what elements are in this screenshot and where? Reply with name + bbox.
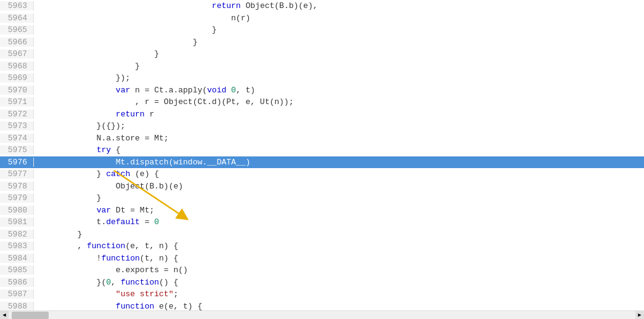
code-line: 5973 }({}); xyxy=(0,120,644,132)
line-number: 5982 xyxy=(0,230,34,239)
line-number: 5980 xyxy=(0,206,34,215)
line-content: } xyxy=(34,38,644,47)
code-line: 5968 } xyxy=(0,60,644,73)
scrollbar-track[interactable] xyxy=(9,311,635,320)
code-line: 5987 "use strict"; xyxy=(0,288,644,301)
line-number: 5972 xyxy=(0,110,34,119)
line-content: "use strict"; xyxy=(34,289,644,299)
line-number: 5983 xyxy=(0,241,34,251)
line-content: n(r) xyxy=(34,14,644,23)
code-line: 5970 var n = Ct.a.apply(void 0, t) xyxy=(0,84,644,97)
code-line: 5974 N.a.store = Mt; xyxy=(0,132,644,145)
line-number: 5967 xyxy=(0,49,34,59)
line-number: 5979 xyxy=(0,193,34,203)
code-lines: 5963 return Object(B.b)(e),5964 n(r)5965… xyxy=(0,0,644,310)
line-content: } xyxy=(34,25,644,34)
line-content: }({}); xyxy=(34,121,644,131)
line-number: 5974 xyxy=(0,134,34,143)
code-line: 5966 } xyxy=(0,36,644,49)
line-number: 5964 xyxy=(0,14,34,23)
code-editor: 5963 return Object(B.b)(e),5964 n(r)5965… xyxy=(0,0,644,319)
code-line: 5976 Mt.dispatch(window.__DATA__) xyxy=(0,156,644,169)
code-line: 5977 } catch (e) { xyxy=(0,168,644,180)
code-line: 5975 try { xyxy=(0,144,644,156)
line-content: var Dt = Mt; xyxy=(34,206,644,215)
line-number: 5963 xyxy=(0,1,34,10)
line-content: }(0, function() { xyxy=(34,278,644,287)
line-content: function e(e, t) { xyxy=(34,302,644,310)
line-content: , r = Object(Ct.d)(Pt, e, Ut(n)); xyxy=(34,97,644,107)
code-line: 5964 n(r) xyxy=(0,12,644,25)
code-line: 5983 , function(e, t, n) { xyxy=(0,240,644,252)
code-line: 5978 Object(B.b)(e) xyxy=(0,180,644,193)
line-content: !function(t, n) { xyxy=(34,254,644,263)
line-content: Mt.dispatch(window.__DATA__) xyxy=(34,158,644,167)
line-number: 5970 xyxy=(0,86,34,95)
line-number: 5985 xyxy=(0,265,34,275)
line-content: } catch (e) { xyxy=(34,169,644,179)
line-content: } xyxy=(34,62,644,71)
line-content: var n = Ct.a.apply(void 0, t) xyxy=(34,86,644,95)
line-number: 5977 xyxy=(0,169,34,179)
line-number: 5966 xyxy=(0,38,34,47)
code-line: 5980 var Dt = Mt; xyxy=(0,204,644,217)
line-number: 5987 xyxy=(0,289,34,299)
line-number: 5988 xyxy=(0,302,34,310)
code-line: 5988 function e(e, t) { xyxy=(0,301,644,311)
code-line: 5979 } xyxy=(0,192,644,204)
code-line: 5986 }(0, function() { xyxy=(0,277,644,289)
code-line: 5972 return r xyxy=(0,108,644,121)
horizontal-scrollbar[interactable]: ◀ ▶ xyxy=(0,310,644,319)
line-number: 5969 xyxy=(0,73,34,83)
line-content: Object(B.b)(e) xyxy=(34,182,644,191)
line-number: 5981 xyxy=(0,217,34,227)
scroll-left-arrow[interactable]: ◀ xyxy=(0,311,9,320)
line-content: e.exports = n() xyxy=(34,265,644,275)
line-content: }); xyxy=(34,73,644,83)
code-line: 5965 } xyxy=(0,24,644,36)
line-content: try { xyxy=(34,145,644,155)
line-number: 5965 xyxy=(0,25,34,34)
code-line: 5981 t.default = 0 xyxy=(0,216,644,228)
code-line: 5984 !function(t, n) { xyxy=(0,252,644,265)
scrollbar-thumb[interactable] xyxy=(12,312,49,319)
line-number: 5971 xyxy=(0,97,34,107)
line-content: t.default = 0 xyxy=(34,217,644,227)
code-line: 5963 return Object(B.b)(e), xyxy=(0,0,644,12)
line-content: } xyxy=(34,193,644,203)
line-number: 5976 xyxy=(0,158,34,167)
scroll-right-arrow[interactable]: ▶ xyxy=(635,311,644,320)
line-number: 5978 xyxy=(0,182,34,191)
line-number: 5984 xyxy=(0,254,34,263)
code-line: 5967 } xyxy=(0,48,644,60)
line-content: } xyxy=(34,230,644,239)
code-line: 5982 } xyxy=(0,228,644,241)
line-content: return Object(B.b)(e), xyxy=(34,1,644,10)
line-content: } xyxy=(34,49,644,59)
line-number: 5968 xyxy=(0,62,34,71)
line-number: 5975 xyxy=(0,145,34,155)
line-content: N.a.store = Mt; xyxy=(34,134,644,143)
code-line: 5969 }); xyxy=(0,72,644,84)
line-number: 5973 xyxy=(0,121,34,131)
line-content: return r xyxy=(34,110,644,119)
line-number: 5986 xyxy=(0,278,34,287)
code-line: 5985 e.exports = n() xyxy=(0,264,644,277)
code-line: 5971 , r = Object(Ct.d)(Pt, e, Ut(n)); xyxy=(0,96,644,108)
line-content: , function(e, t, n) { xyxy=(34,241,644,251)
